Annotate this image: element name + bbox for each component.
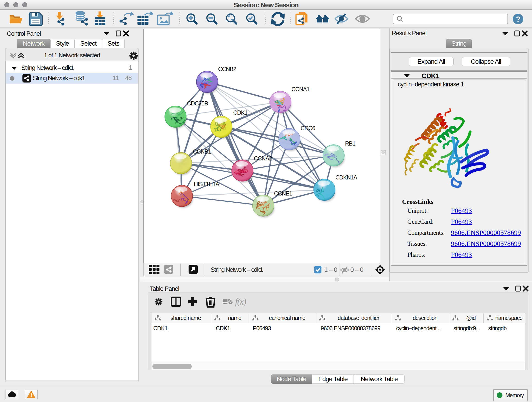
svg-text:CCNA1: CCNA1 [291,86,310,92]
svg-text:CCNB1: CCNB1 [193,148,211,155]
svg-text:HIST1H1A: HIST1H1A [194,181,219,187]
svg-text:RB1: RB1 [345,140,355,147]
svg-text:?: ? [516,15,520,23]
svg-text:CCNB2: CCNB2 [218,66,236,72]
svg-text:CCNE1: CCNE1 [274,190,292,197]
svg-text:CDKN1A: CDKN1A [336,174,357,181]
svg-text:CDK1: CDK1 [233,109,247,116]
svg-text:f(x): f(x) [235,297,246,307]
svg-text:CCNA2: CCNA2 [254,155,272,162]
svg-text:CDC6: CDC6 [301,125,315,131]
svg-text:CDC25B: CDC25B [187,100,208,107]
